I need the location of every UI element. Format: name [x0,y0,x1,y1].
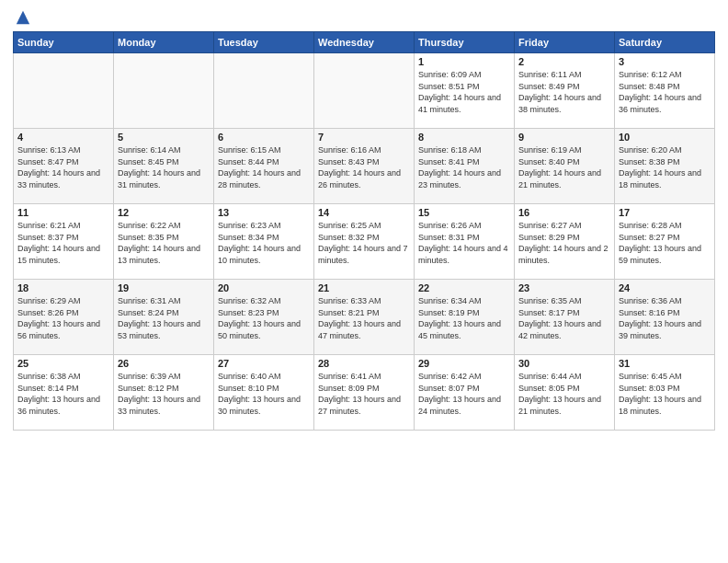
calendar-cell: 4Sunrise: 6:13 AMSunset: 8:47 PMDaylight… [14,129,114,204]
calendar-cell: 5Sunrise: 6:14 AMSunset: 8:45 PMDaylight… [114,129,214,204]
day-number: 28 [318,358,410,369]
calendar-cell: 25Sunrise: 6:38 AMSunset: 8:14 PMDayligh… [14,355,114,431]
day-number: 20 [218,282,310,293]
calendar-cell [14,53,114,129]
calendar-cell: 14Sunrise: 6:25 AMSunset: 8:32 PMDayligh… [314,204,415,280]
calendar-cell [314,53,415,129]
cell-content: Sunrise: 6:40 AMSunset: 8:10 PMDaylight:… [218,371,310,417]
calendar-header-tuesday: Tuesday [214,32,314,53]
day-number: 27 [218,358,310,369]
calendar-cell: 18Sunrise: 6:29 AMSunset: 8:26 PMDayligh… [14,280,114,355]
cell-content: Sunrise: 6:18 AMSunset: 8:41 PMDaylight:… [418,144,510,190]
cell-content: Sunrise: 6:45 AMSunset: 8:03 PMDaylight:… [619,371,711,417]
logo [13,9,31,24]
page: SundayMondayTuesdayWednesdayThursdayFrid… [0,0,728,563]
cell-content: Sunrise: 6:11 AMSunset: 8:49 PMDaylight:… [518,69,610,115]
day-number: 1 [418,56,510,67]
logo-icon [15,9,31,26]
day-number: 3 [619,56,711,67]
calendar-cell: 31Sunrise: 6:45 AMSunset: 8:03 PMDayligh… [615,355,715,431]
day-number: 25 [17,358,109,369]
day-number: 10 [619,132,711,143]
cell-content: Sunrise: 6:26 AMSunset: 8:31 PMDaylight:… [418,220,510,266]
calendar-cell: 3Sunrise: 6:12 AMSunset: 8:48 PMDaylight… [615,53,715,129]
calendar-week-4: 18Sunrise: 6:29 AMSunset: 8:26 PMDayligh… [14,280,715,355]
day-number: 5 [118,132,210,143]
day-number: 8 [418,132,510,143]
day-number: 21 [318,282,410,293]
calendar-week-1: 1Sunrise: 6:09 AMSunset: 8:51 PMDaylight… [14,53,715,129]
cell-content: Sunrise: 6:16 AMSunset: 8:43 PMDaylight:… [318,144,410,190]
calendar-cell: 23Sunrise: 6:35 AMSunset: 8:17 PMDayligh… [515,280,615,355]
day-number: 18 [17,282,109,293]
calendar-header-friday: Friday [515,32,615,53]
calendar-header-row: SundayMondayTuesdayWednesdayThursdayFrid… [14,32,715,53]
calendar-week-3: 11Sunrise: 6:21 AMSunset: 8:37 PMDayligh… [14,204,715,280]
calendar-cell: 15Sunrise: 6:26 AMSunset: 8:31 PMDayligh… [415,204,515,280]
cell-content: Sunrise: 6:33 AMSunset: 8:21 PMDaylight:… [318,295,410,341]
calendar-cell: 24Sunrise: 6:36 AMSunset: 8:16 PMDayligh… [615,280,715,355]
day-number: 23 [518,282,610,293]
day-number: 2 [518,56,610,67]
cell-content: Sunrise: 6:44 AMSunset: 8:05 PMDaylight:… [518,371,610,417]
cell-content: Sunrise: 6:15 AMSunset: 8:44 PMDaylight:… [218,144,310,190]
header [13,9,715,24]
calendar-cell: 11Sunrise: 6:21 AMSunset: 8:37 PMDayligh… [14,204,114,280]
calendar-header-monday: Monday [114,32,214,53]
day-number: 16 [518,207,610,218]
cell-content: Sunrise: 6:32 AMSunset: 8:23 PMDaylight:… [218,295,310,341]
logo-text [13,9,31,26]
day-number: 14 [318,207,410,218]
calendar-header-saturday: Saturday [615,32,715,53]
day-number: 4 [17,132,109,143]
day-number: 13 [218,207,310,218]
calendar-cell: 19Sunrise: 6:31 AMSunset: 8:24 PMDayligh… [114,280,214,355]
day-number: 24 [619,282,711,293]
calendar-cell: 8Sunrise: 6:18 AMSunset: 8:41 PMDaylight… [415,129,515,204]
svg-marker-0 [17,11,29,24]
cell-content: Sunrise: 6:28 AMSunset: 8:27 PMDaylight:… [619,220,711,266]
calendar-cell: 7Sunrise: 6:16 AMSunset: 8:43 PMDaylight… [314,129,415,204]
day-number: 26 [118,358,210,369]
calendar-cell: 6Sunrise: 6:15 AMSunset: 8:44 PMDaylight… [214,129,314,204]
day-number: 17 [619,207,711,218]
calendar: SundayMondayTuesdayWednesdayThursdayFrid… [13,31,715,431]
calendar-header-wednesday: Wednesday [314,32,415,53]
day-number: 12 [118,207,210,218]
cell-content: Sunrise: 6:36 AMSunset: 8:16 PMDaylight:… [619,295,711,341]
cell-content: Sunrise: 6:21 AMSunset: 8:37 PMDaylight:… [17,220,109,266]
cell-content: Sunrise: 6:34 AMSunset: 8:19 PMDaylight:… [418,295,510,341]
calendar-cell: 2Sunrise: 6:11 AMSunset: 8:49 PMDaylight… [515,53,615,129]
cell-content: Sunrise: 6:42 AMSunset: 8:07 PMDaylight:… [418,371,510,417]
cell-content: Sunrise: 6:12 AMSunset: 8:48 PMDaylight:… [619,69,711,115]
cell-content: Sunrise: 6:19 AMSunset: 8:40 PMDaylight:… [518,144,610,190]
cell-content: Sunrise: 6:31 AMSunset: 8:24 PMDaylight:… [118,295,210,341]
calendar-cell: 29Sunrise: 6:42 AMSunset: 8:07 PMDayligh… [415,355,515,431]
calendar-header-thursday: Thursday [415,32,515,53]
calendar-cell: 16Sunrise: 6:27 AMSunset: 8:29 PMDayligh… [515,204,615,280]
calendar-cell: 26Sunrise: 6:39 AMSunset: 8:12 PMDayligh… [114,355,214,431]
day-number: 15 [418,207,510,218]
calendar-cell: 28Sunrise: 6:41 AMSunset: 8:09 PMDayligh… [314,355,415,431]
day-number: 19 [118,282,210,293]
day-number: 30 [518,358,610,369]
calendar-header-sunday: Sunday [14,32,114,53]
day-number: 22 [418,282,510,293]
calendar-cell [214,53,314,129]
cell-content: Sunrise: 6:23 AMSunset: 8:34 PMDaylight:… [218,220,310,266]
cell-content: Sunrise: 6:20 AMSunset: 8:38 PMDaylight:… [619,144,711,190]
cell-content: Sunrise: 6:22 AMSunset: 8:35 PMDaylight:… [118,220,210,266]
day-number: 31 [619,358,711,369]
calendar-cell: 20Sunrise: 6:32 AMSunset: 8:23 PMDayligh… [214,280,314,355]
calendar-cell: 12Sunrise: 6:22 AMSunset: 8:35 PMDayligh… [114,204,214,280]
cell-content: Sunrise: 6:29 AMSunset: 8:26 PMDaylight:… [17,295,109,341]
calendar-cell: 21Sunrise: 6:33 AMSunset: 8:21 PMDayligh… [314,280,415,355]
calendar-cell: 9Sunrise: 6:19 AMSunset: 8:40 PMDaylight… [515,129,615,204]
calendar-cell: 30Sunrise: 6:44 AMSunset: 8:05 PMDayligh… [515,355,615,431]
cell-content: Sunrise: 6:38 AMSunset: 8:14 PMDaylight:… [17,371,109,417]
calendar-cell [114,53,214,129]
cell-content: Sunrise: 6:25 AMSunset: 8:32 PMDaylight:… [318,220,410,266]
calendar-cell: 27Sunrise: 6:40 AMSunset: 8:10 PMDayligh… [214,355,314,431]
calendar-week-2: 4Sunrise: 6:13 AMSunset: 8:47 PMDaylight… [14,129,715,204]
cell-content: Sunrise: 6:39 AMSunset: 8:12 PMDaylight:… [118,371,210,417]
